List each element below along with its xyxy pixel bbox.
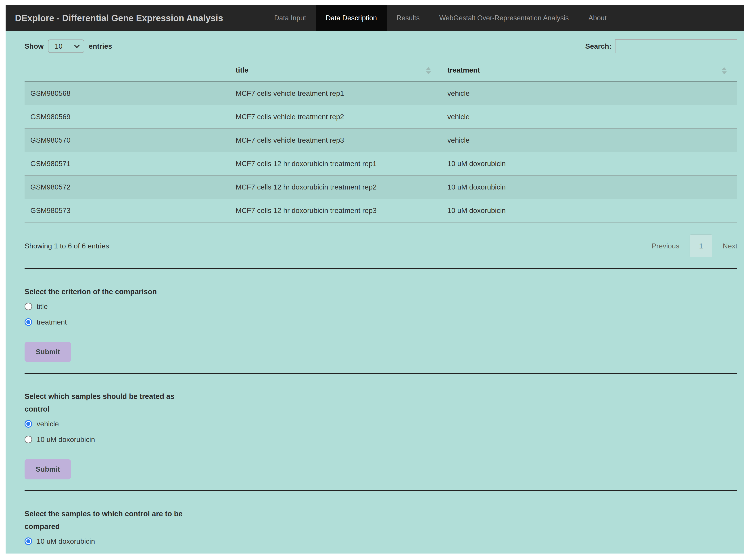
- radio-icon[interactable]: [24, 318, 32, 326]
- radio-option-title[interactable]: title: [24, 302, 48, 311]
- entries-label: entries: [88, 42, 112, 51]
- radio-option-doxorubicin[interactable]: 10 uM doxorubicin: [24, 436, 95, 443]
- sample-title-cell: MCF7 cells 12 hr doxorubicin treatment r…: [230, 152, 441, 176]
- sort-asc-icon: [426, 67, 431, 70]
- sample-id-cell: GSM980573: [24, 199, 230, 222]
- section-heading: Select which samples should be treated a…: [24, 390, 201, 415]
- search-label: Search:: [585, 42, 611, 51]
- sort-desc-icon: [426, 72, 431, 74]
- radio-label: 10 uM doxorubicin: [37, 537, 95, 545]
- sample-treatment-cell: 10 uM doxorubicin: [441, 199, 737, 222]
- section-heading: Select the samples to which control are …: [24, 507, 201, 533]
- table-search: Search:: [585, 39, 737, 53]
- table-row: GSM980569 MCF7 cells vehicle treatment r…: [24, 105, 737, 128]
- sort-icon: [722, 67, 727, 74]
- sort-icon: [426, 67, 431, 74]
- radio-icon[interactable]: [24, 420, 32, 428]
- submit-button[interactable]: Submit: [24, 459, 71, 479]
- criterion-options: title treatment: [24, 302, 737, 326]
- radio-option-treatment[interactable]: treatment: [24, 318, 67, 326]
- sample-id-cell: GSM980569: [24, 105, 230, 128]
- column-header-title[interactable]: title: [230, 60, 441, 81]
- show-label: Show: [24, 42, 43, 51]
- sample-title-cell: MCF7 cells 12 hr doxorubicin treatment r…: [230, 176, 441, 199]
- table-row: GSM980573 MCF7 cells 12 hr doxorubicin t…: [24, 199, 737, 222]
- nav-tabs: Data Input Data Description Results WebG…: [264, 5, 616, 31]
- tab-data-description[interactable]: Data Description: [316, 5, 387, 31]
- control-options: vehicle 10 uM doxorubicin: [24, 420, 737, 443]
- radio-icon[interactable]: [24, 436, 32, 443]
- table-row: GSM980570 MCF7 cells vehicle treatment r…: [24, 128, 737, 152]
- search-input[interactable]: [615, 39, 737, 53]
- section-heading: Select the criterion of the comparison: [24, 285, 201, 298]
- section-divider: [24, 373, 737, 374]
- table-row: GSM980571 MCF7 cells 12 hr doxorubicin t…: [24, 152, 737, 176]
- comparison-options: 10 uM doxorubicin: [24, 537, 737, 545]
- next-button[interactable]: Next: [723, 242, 737, 250]
- comparison-section: Select the samples to which control are …: [24, 507, 737, 554]
- submit-button[interactable]: Submit: [24, 342, 71, 362]
- control-section: Select which samples should be treated a…: [24, 390, 737, 479]
- tab-results[interactable]: Results: [387, 5, 429, 31]
- sample-title-cell: MCF7 cells 12 hr doxorubicin treatment r…: [230, 199, 441, 222]
- radio-label: title: [37, 302, 48, 311]
- tab-webgestalt[interactable]: WebGestalt Over-Representation Analysis: [430, 5, 579, 31]
- sample-treatment-cell: vehicle: [441, 105, 737, 128]
- radio-label: treatment: [37, 318, 67, 326]
- sample-treatment-cell: 10 uM doxorubicin: [441, 152, 737, 176]
- samples-table: title treatment: [24, 60, 737, 222]
- radio-icon[interactable]: [24, 303, 32, 310]
- page-length-select[interactable]: 10: [48, 40, 84, 53]
- tab-about[interactable]: About: [579, 5, 616, 31]
- sample-treatment-cell: 10 uM doxorubicin: [441, 176, 737, 199]
- app-window: DExplore - Differential Gene Expression …: [5, 5, 744, 554]
- table-row: GSM980572 MCF7 cells 12 hr doxorubicin t…: [24, 176, 737, 199]
- table-row: GSM980568 MCF7 cells vehicle treatment r…: [24, 81, 737, 105]
- top-navbar: DExplore - Differential Gene Expression …: [5, 5, 744, 31]
- section-divider: [24, 490, 737, 491]
- sample-treatment-cell: vehicle: [441, 81, 737, 105]
- section-divider: [24, 268, 737, 269]
- page-1-button[interactable]: 1: [690, 235, 712, 257]
- column-header-treatment[interactable]: treatment: [441, 60, 737, 81]
- sample-title-cell: MCF7 cells vehicle treatment rep3: [230, 128, 441, 152]
- sample-title-cell: MCF7 cells vehicle treatment rep1: [230, 81, 441, 105]
- radio-option-doxorubicin[interactable]: 10 uM doxorubicin: [24, 537, 95, 545]
- page-content: Show 10 entries Search:: [5, 31, 744, 554]
- table-controls: Show 10 entries Search:: [24, 39, 737, 53]
- table-footer: Showing 1 to 6 of 6 entries Previous 1 N…: [24, 235, 737, 257]
- sample-id-cell: GSM980572: [24, 176, 230, 199]
- pagination: Previous 1 Next: [652, 235, 737, 257]
- table-header-row: title treatment: [24, 60, 737, 81]
- radio-icon[interactable]: [24, 537, 32, 545]
- tab-data-input[interactable]: Data Input: [264, 5, 316, 31]
- table-info: Showing 1 to 6 of 6 entries: [24, 242, 109, 250]
- sort-asc-icon: [722, 67, 727, 70]
- previous-button[interactable]: Previous: [652, 242, 679, 250]
- column-header-rowname[interactable]: [24, 60, 230, 81]
- sample-id-cell: GSM980571: [24, 152, 230, 176]
- sort-desc-icon: [722, 72, 727, 74]
- sample-title-cell: MCF7 cells vehicle treatment rep2: [230, 105, 441, 128]
- sample-treatment-cell: vehicle: [441, 128, 737, 152]
- radio-label: 10 uM doxorubicin: [37, 436, 95, 444]
- radio-option-vehicle[interactable]: vehicle: [24, 420, 59, 428]
- page-length-control: Show 10 entries: [24, 40, 112, 53]
- criterion-section: Select the criterion of the comparison t…: [24, 285, 737, 362]
- sample-id-cell: GSM980568: [24, 81, 230, 105]
- radio-label: vehicle: [37, 420, 59, 428]
- app-title[interactable]: DExplore - Differential Gene Expression …: [5, 5, 223, 31]
- page-length-select-wrap: 10: [48, 40, 84, 53]
- sample-id-cell: GSM980570: [24, 128, 230, 152]
